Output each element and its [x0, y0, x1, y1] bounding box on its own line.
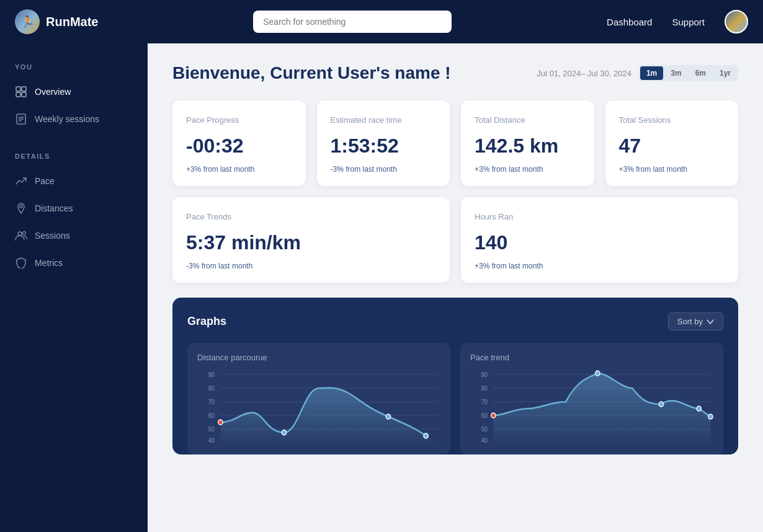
stat-change-2: +3% from last month [475, 165, 581, 174]
pace-chart: 90 80 70 60 50 40 [470, 368, 713, 449]
svg-text:80: 80 [208, 385, 215, 392]
date-range-row: Jul 01, 2024– Jul 30, 2024 1m 3m 6m 1yr [537, 65, 738, 81]
svg-text:90: 90 [481, 371, 488, 378]
sidebar-item-label: Weekly sessions [35, 114, 99, 124]
graph-title-distance: Distance parcourue [197, 353, 440, 362]
svg-text:70: 70 [208, 399, 215, 406]
sidebar-item-distances[interactable]: Distances [0, 195, 148, 222]
svg-text:40: 40 [208, 437, 215, 444]
svg-point-23 [282, 430, 286, 435]
brand: 🏃 RunMate [15, 9, 98, 34]
svg-text:90: 90 [208, 371, 215, 378]
trending-up-icon [15, 175, 27, 187]
lower-card-1: Hours Ran 140 +3% from last month [461, 197, 738, 283]
sidebar-item-label: Sessions [35, 231, 70, 241]
stat-value-1: 1:53:52 [331, 135, 437, 157]
shield-icon [15, 257, 27, 269]
stat-change-3: +3% from last month [619, 165, 725, 174]
sidebar-item-metrics[interactable]: Metrics [0, 249, 148, 277]
svg-rect-0 [16, 87, 20, 91]
stat-label-2: Total Distance [475, 115, 581, 125]
svg-point-8 [20, 205, 22, 208]
svg-text:60: 60 [481, 412, 488, 419]
svg-point-41 [708, 414, 713, 419]
graphs-section: Graphs Sort by Distance parcourue [172, 298, 738, 454]
time-filters: 1m 3m 6m 1yr [639, 65, 738, 81]
time-filter-1m[interactable]: 1m [640, 66, 663, 80]
sidebar-item-pace[interactable]: Pace [0, 167, 148, 195]
svg-point-39 [659, 402, 663, 407]
svg-point-24 [386, 414, 390, 419]
stat-card-2: Total Distance 142.5 km +3% from last mo… [461, 100, 594, 186]
pin-icon [15, 202, 27, 215]
lower-cards-row: Pace Trends 5:37 min/km -3% from last mo… [172, 197, 738, 283]
stat-label-0: Pace Progress [186, 115, 292, 125]
svg-text:70: 70 [481, 399, 488, 406]
stat-label-1: Estimated race time [331, 115, 437, 125]
svg-point-22 [218, 420, 223, 425]
graphs-title: Graphs [187, 315, 226, 328]
sidebar-section-you: YOU [0, 63, 148, 78]
svg-rect-3 [22, 92, 26, 97]
sidebar-item-sessions[interactable]: Sessions [0, 222, 148, 249]
stat-change-1: -3% from last month [331, 165, 437, 174]
brand-name: RunMate [46, 15, 98, 29]
graphs-header: Graphs Sort by [187, 313, 723, 330]
lower-card-0: Pace Trends 5:37 min/km -3% from last mo… [172, 197, 450, 283]
svg-rect-2 [16, 92, 20, 97]
stat-label-3: Total Sessions [619, 115, 725, 125]
graph-card-pace: Pace trend 90 80 70 60 50 40 [460, 343, 723, 454]
lower-label-1: Hours Ran [475, 212, 725, 221]
sidebar-item-label: Distances [35, 203, 73, 213]
user-avatar[interactable] [725, 10, 748, 33]
stat-value-2: 142.5 km [475, 135, 581, 157]
svg-point-40 [697, 406, 701, 411]
graph-card-distance: Distance parcourue 90 80 70 60 50 [187, 343, 450, 454]
svg-text:60: 60 [208, 412, 215, 419]
time-filter-6m[interactable]: 6m [689, 66, 712, 80]
svg-text:40: 40 [481, 437, 488, 444]
stat-card-3: Total Sessions 47 +3% from last month [605, 100, 739, 186]
lower-value-0: 5:37 min/km [186, 231, 436, 254]
svg-rect-1 [22, 87, 26, 91]
svg-text:50: 50 [208, 426, 215, 433]
search-container [110, 11, 594, 33]
sidebar-item-label: Pace [35, 176, 55, 186]
graph-title-pace: Pace trend [470, 353, 713, 362]
sidebar: YOU Overview Weekly [0, 43, 148, 532]
grid-icon [15, 86, 27, 98]
sort-by-label: Sort by [677, 317, 703, 326]
date-range-text: Jul 01, 2024– Jul 30, 2024 [537, 69, 631, 78]
main-content: Bienvenue, Current User's name ! Jul 01,… [148, 43, 763, 532]
sidebar-item-overview[interactable]: Overview [0, 78, 148, 105]
sidebar-item-weekly-sessions[interactable]: Weekly sessions [0, 105, 148, 133]
svg-point-38 [596, 371, 600, 376]
time-filter-3m[interactable]: 3m [664, 66, 687, 80]
time-filter-1yr[interactable]: 1yr [713, 66, 737, 80]
lower-label-0: Pace Trends [186, 212, 436, 221]
svg-point-10 [23, 232, 26, 235]
svg-point-37 [491, 413, 496, 418]
page-title: Bienvenue, Current User's name ! [172, 63, 451, 83]
lower-change-1: +3% from last month [475, 262, 725, 270]
support-link[interactable]: Support [672, 17, 705, 27]
sort-by-select[interactable]: Sort by [668, 313, 723, 330]
dashboard-link[interactable]: Dashboard [607, 17, 652, 27]
svg-text:50: 50 [481, 426, 488, 433]
sidebar-item-label: Overview [35, 87, 71, 97]
graphs-row: Distance parcourue 90 80 70 60 50 [187, 343, 723, 454]
stat-value-3: 47 [619, 135, 725, 157]
stat-cards-row: Pace Progress -00:32 +3% from last month… [172, 100, 738, 186]
file-icon [15, 113, 27, 125]
sidebar-item-label: Metrics [35, 258, 63, 268]
lower-value-1: 140 [475, 231, 725, 254]
search-input[interactable] [253, 11, 452, 33]
stat-value-0: -00:32 [186, 135, 292, 157]
stat-card-1: Estimated race time 1:53:52 -3% from las… [317, 100, 450, 186]
chevron-down-icon [707, 319, 714, 324]
svg-text:80: 80 [481, 385, 488, 392]
stat-change-0: +3% from last month [186, 165, 292, 174]
brand-logo: 🏃 [15, 9, 40, 34]
navbar: 🏃 RunMate Dashboard Support [0, 0, 763, 43]
distance-chart: 90 80 70 60 50 40 [197, 368, 440, 449]
